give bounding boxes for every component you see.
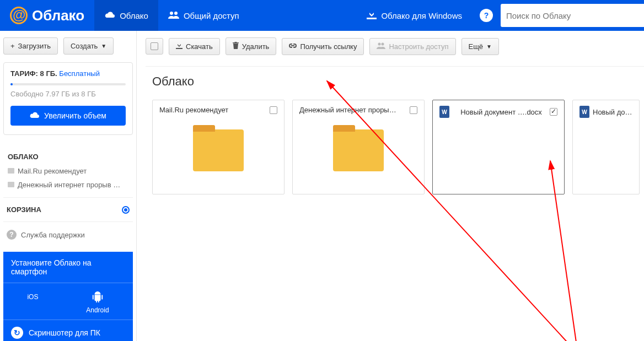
platform-android[interactable]: Android <box>86 291 109 314</box>
storage-bar <box>10 83 126 85</box>
tariff-label: ТАРИФ: 8 ГБ. <box>10 69 57 78</box>
folder-icon <box>333 129 384 171</box>
sidebar-item-money[interactable]: Денежный интернет прорыв … <box>6 178 131 192</box>
trash-label: КОРЗИНА <box>7 205 41 214</box>
breadcrumb-title: Облако <box>146 66 644 100</box>
free-space-text: Свободно 7.97 ГБ из 8 ГБ <box>10 90 126 98</box>
link-icon <box>289 42 297 51</box>
download-icon <box>367 10 377 21</box>
logo-text: Облако <box>32 7 84 24</box>
sidebar-section-cloud[interactable]: ОБЛАКО <box>8 153 131 161</box>
sidebar-support[interactable]: ? Служба поддержки <box>3 222 133 247</box>
nav-tab-cloud[interactable]: Облако <box>94 0 158 31</box>
promo-screenshoter[interactable]: ↻ Скриншотер для ПК <box>3 320 133 341</box>
nav-cloud-for-windows[interactable]: Облако для Windows <box>357 0 472 31</box>
android-icon <box>86 291 109 303</box>
download-icon <box>176 42 183 51</box>
cloud-icon <box>104 11 115 20</box>
file-card-docx[interactable]: W Новый документ ….docx <box>432 100 565 194</box>
nav-tab-cloud-label: Облако <box>120 11 148 20</box>
plus-icon: + <box>10 42 15 50</box>
file-checkbox[interactable] <box>550 108 557 116</box>
download-label: Скачать <box>186 42 213 51</box>
trash-indicator-icon <box>122 206 130 214</box>
search-input[interactable] <box>506 11 638 20</box>
upload-label: Загрузить <box>18 42 51 50</box>
file-grid: Mail.Ru рекомендует Денежный интернет пр… <box>146 100 644 194</box>
help-icon[interactable]: ? <box>480 9 493 22</box>
more-button[interactable]: Ещё ▼ <box>461 38 500 55</box>
main-panel: Скачать Удалить Получить ссылку Настроит… <box>137 31 644 341</box>
word-doc-icon: W <box>439 106 449 118</box>
file-name: Новый докумен <box>593 108 632 116</box>
upgrade-button[interactable]: Увеличить объем <box>10 106 126 126</box>
delete-label: Удалить <box>242 42 270 51</box>
create-button[interactable]: Создать ▼ <box>63 37 114 55</box>
tariff-card: ТАРИФ: 8 ГБ. Бесплатный Свободно 7.97 ГБ… <box>3 62 133 135</box>
sidebar-item-recommends[interactable]: Mail.Ru рекомендует <box>6 164 131 178</box>
svg-point-1 <box>174 12 178 15</box>
get-link-label: Получить ссылку <box>300 42 357 51</box>
promo-card: Установите Облако на смартфон iOS Androi… <box>3 252 133 341</box>
nav-cloud-for-windows-label: Облако для Windows <box>381 11 462 20</box>
people-icon <box>168 11 179 20</box>
trash-icon <box>233 42 239 51</box>
svg-point-0 <box>170 12 173 15</box>
file-name: Денежный интернет проры… <box>299 106 396 114</box>
nav-tab-shared[interactable]: Общий доступ <box>158 0 249 31</box>
delete-button[interactable]: Удалить <box>226 37 277 55</box>
upgrade-label: Увеличить объем <box>44 111 106 120</box>
configure-access-label: Настроить доступ <box>389 42 448 51</box>
svg-point-2 <box>378 42 381 45</box>
help-circle-icon: ? <box>7 230 17 240</box>
folder-icon <box>193 129 244 171</box>
platform-ios-label: iOS <box>27 293 38 301</box>
mailru-at-icon <box>10 7 28 24</box>
sidebar: + Загрузить Создать ▼ ТАРИФ: 8 ГБ. Беспл… <box>0 31 137 341</box>
tariff-plan-link[interactable]: Бесплатный <box>59 69 100 78</box>
people-icon <box>377 42 385 51</box>
file-card-folder[interactable]: Mail.Ru рекомендует <box>152 100 285 194</box>
logo[interactable]: Облако <box>0 0 94 31</box>
more-label: Ещё <box>469 42 484 51</box>
file-checkbox[interactable] <box>270 106 277 114</box>
chevron-down-icon: ▼ <box>101 43 106 49</box>
support-label: Служба поддержки <box>21 231 85 239</box>
get-link-button[interactable]: Получить ссылку <box>282 38 364 55</box>
sidebar-trash[interactable]: КОРЗИНА <box>3 197 133 222</box>
create-label: Создать <box>71 42 98 50</box>
download-button[interactable]: Скачать <box>169 38 220 55</box>
toolbar: Скачать Удалить Получить ссылку Настроит… <box>146 37 644 55</box>
promo-head: Установите Облако на смартфон <box>3 252 133 283</box>
svg-point-3 <box>382 42 384 45</box>
file-name: Новый документ ….docx <box>460 108 542 116</box>
sync-icon: ↻ <box>11 327 23 339</box>
chevron-down-icon: ▼ <box>486 44 492 50</box>
cloud-icon <box>30 111 40 120</box>
file-card-docx[interactable]: W Новый докумен <box>572 100 640 194</box>
top-header: Облако Облако Общий доступ Облако для Wi… <box>0 0 644 31</box>
upload-button[interactable]: + Загрузить <box>3 37 58 55</box>
file-card-folder[interactable]: Денежный интернет проры… <box>292 100 425 194</box>
configure-access-button[interactable]: Настроить доступ <box>369 38 455 55</box>
select-all-checkbox[interactable] <box>146 38 163 55</box>
word-doc-icon: W <box>579 106 589 118</box>
file-checkbox[interactable] <box>410 106 417 114</box>
search-box[interactable] <box>501 4 644 27</box>
nav-tab-shared-label: Общий доступ <box>184 11 239 20</box>
file-name: Mail.Ru рекомендует <box>159 106 228 114</box>
platform-android-label: Android <box>86 306 109 314</box>
platform-ios[interactable]: iOS <box>27 291 38 314</box>
screenshoter-label: Скриншотер для ПК <box>29 328 100 337</box>
